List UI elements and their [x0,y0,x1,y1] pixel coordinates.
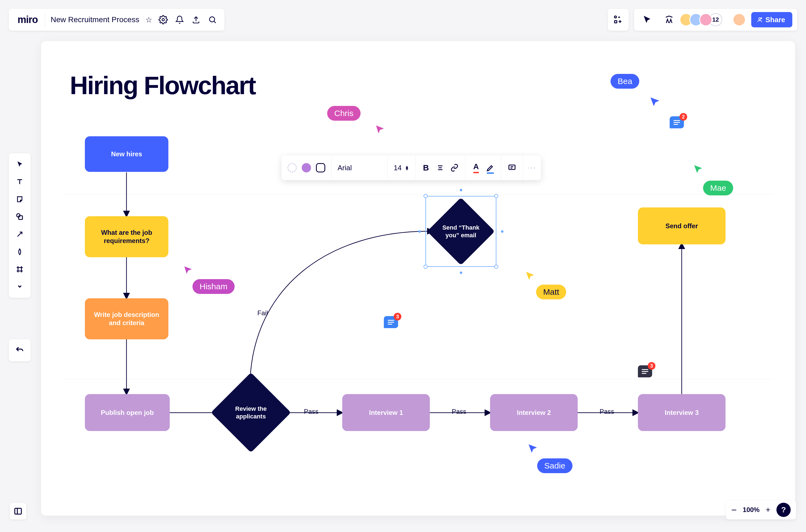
star-icon[interactable]: ☆ [143,15,155,24]
node-new-hires[interactable]: New hires [85,136,168,172]
user-avatar[interactable] [733,13,746,26]
more-tools[interactable] [13,280,27,294]
share-label: Share [766,16,785,24]
export-icon[interactable] [189,13,203,27]
cursor-chris [375,125,385,134]
edge-label-pass: Pass [600,408,614,415]
edge-label-pass: Pass [304,408,318,415]
link-icon[interactable] [450,163,459,172]
node-interview-1[interactable]: Interview 1 [342,394,430,431]
resize-handle[interactable] [494,265,498,269]
svg-point-2 [614,16,616,18]
node-label: Review the applicants [223,405,279,420]
tool-rail [9,153,31,298]
panel-toggle[interactable] [10,503,26,519]
resize-handle[interactable] [494,194,498,198]
board-title: Hiring Flowchart [70,71,256,100]
node-interview-2[interactable]: Interview 2 [490,394,578,431]
svg-point-4 [758,18,761,20]
file-name[interactable]: New Recruitment Process [48,15,143,24]
tag-chris: Chris [327,106,360,121]
comment-pin[interactable]: 3 [384,316,398,328]
comment-count: 3 [394,313,401,321]
fill-swatch[interactable] [302,163,311,172]
zoom-controls: − 100% + ? [726,500,796,519]
resize-handle[interactable] [424,265,428,269]
svg-rect-3 [614,20,617,23]
edge-label-fail: Fail [257,309,268,317]
node-requirements[interactable]: What are the job requirements? [85,216,168,257]
undo-button[interactable] [9,339,31,361]
font-size[interactable]: 14▲▼ [394,164,409,172]
cursor-mae [693,164,703,174]
text-tool[interactable] [13,175,27,189]
text-color-icon[interactable]: A [471,163,481,172]
connectors [41,41,795,516]
node-send-offer[interactable]: Send offer [638,207,726,244]
cursor-bea [650,96,660,107]
cursor-matt [525,271,535,281]
avatar[interactable] [699,13,712,26]
settings-icon[interactable] [156,13,170,27]
arrow-tool[interactable] [13,227,27,241]
search-icon[interactable] [205,13,220,27]
comment-count: 2 [679,113,687,121]
node-review[interactable]: Review the applicants [223,384,279,441]
tag-mae: Mae [703,180,733,195]
tag-hisham: Hisham [192,279,235,294]
svg-point-0 [162,19,164,21]
font-select[interactable]: Arial [338,164,381,172]
align-icon[interactable] [436,163,445,172]
fill-none[interactable] [287,163,297,172]
svg-rect-5 [19,216,22,220]
comment-count: 3 [648,362,655,370]
midpoint-handle[interactable] [460,271,462,274]
midpoint-handle[interactable] [418,230,421,233]
collaborator-avatars[interactable]: 12 [683,13,722,26]
guide-line [63,379,773,379]
tag-sadie: Sadie [537,458,573,473]
resize-handle[interactable] [424,194,428,198]
svg-rect-16 [15,508,21,514]
comment-pin-resolved[interactable]: 3 [638,365,652,377]
node-interview-3[interactable]: Interview 3 [638,394,726,431]
shapes-tool[interactable] [13,210,27,224]
bell-icon[interactable] [172,13,187,27]
sticky-tool[interactable] [13,192,27,206]
pen-tool[interactable] [13,245,27,259]
reactions-icon[interactable] [662,13,676,27]
edge-label-pass: Pass [452,408,466,415]
divider [45,13,45,26]
comment-pin[interactable]: 2 [670,116,684,128]
help-button[interactable]: ? [776,503,791,517]
midpoint-handle[interactable] [460,189,462,191]
zoom-level[interactable]: 100% [743,506,760,514]
highlight-icon[interactable] [486,163,495,172]
apps-button[interactable] [608,9,629,31]
border-swatch[interactable] [316,163,325,172]
cursor-sadie [528,443,538,454]
zoom-in[interactable]: + [766,505,770,514]
zoom-out[interactable]: − [731,505,737,515]
more-icon[interactable]: ⋯ [523,162,541,173]
node-write-jd[interactable]: Write job description and criteria [85,298,168,339]
midpoint-handle[interactable] [501,230,504,233]
tag-matt: Matt [536,285,566,299]
cursor-hisham [184,265,193,275]
cursor-mode-icon[interactable] [640,13,654,27]
context-toolbar: Arial 14▲▼ B A ⋯ [281,155,541,180]
comment-icon[interactable] [507,163,517,172]
app-logo[interactable]: miro [13,14,43,25]
svg-point-1 [209,17,214,22]
board-canvas[interactable]: Hiring Flowchart [41,41,795,516]
share-button[interactable]: Share [751,12,792,27]
svg-rect-15 [509,165,515,169]
node-publish[interactable]: Publish open job [85,394,170,431]
tag-bea: Bea [611,74,639,89]
bold-icon[interactable]: B [421,163,431,172]
selection-box[interactable] [426,196,496,267]
select-tool[interactable] [13,157,27,171]
frame-tool[interactable] [13,262,27,277]
